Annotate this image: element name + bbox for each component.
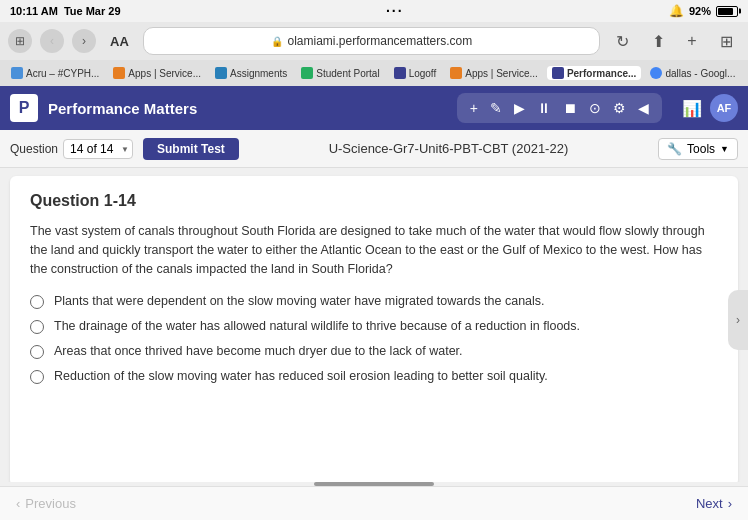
- forward-button[interactable]: ›: [72, 29, 96, 53]
- url-text: olamiami.performancematters.com: [288, 34, 473, 48]
- browser-chrome: ⊞ ‹ › AA 🔒 olamiami.performancematters.c…: [0, 22, 748, 60]
- previous-button[interactable]: ‹ Previous: [16, 496, 76, 511]
- pencil-control-button[interactable]: ✎: [485, 97, 507, 119]
- answer-option-4[interactable]: Reduction of the slow moving water has r…: [30, 369, 718, 384]
- tab-apps2[interactable]: Apps | Service...: [445, 66, 543, 80]
- tab-student-portal[interactable]: Student Portal: [296, 66, 384, 80]
- radio-button-2[interactable]: [30, 320, 44, 334]
- avatar-button[interactable]: AF: [710, 94, 738, 122]
- bell-icon: 🔔: [669, 4, 684, 18]
- dots-menu: ···: [386, 3, 404, 19]
- header-right: 📊 AF: [682, 94, 738, 122]
- tools-dropdown-icon: ▼: [720, 144, 729, 154]
- tabs-bar: Acru – #CYPH... Apps | Service... Assign…: [0, 60, 748, 86]
- tools-button[interactable]: 🔧 Tools ▼: [658, 138, 738, 160]
- main-content: Question 1-14 The vast system of canals …: [10, 176, 738, 486]
- next-button[interactable]: Next ›: [696, 496, 732, 511]
- search-control-button[interactable]: ⊙: [584, 97, 606, 119]
- lock-icon: 🔒: [271, 36, 283, 47]
- tab-dallas[interactable]: dallas - Googl...: [645, 66, 740, 80]
- submit-test-button[interactable]: Submit Test: [143, 138, 239, 160]
- play-button[interactable]: ▶: [509, 97, 530, 119]
- settings-control-button[interactable]: ⚙: [608, 97, 631, 119]
- answer-text-1: Plants that were dependent on the slow m…: [54, 294, 545, 308]
- toolbar: Question 14 of 14 Submit Test U-Science-…: [0, 130, 748, 168]
- answer-text-4: Reduction of the slow moving water has r…: [54, 369, 548, 383]
- test-title: U-Science-Gr7-Unit6-PBT-CBT (2021-22): [249, 141, 648, 156]
- answer-text-3: Areas that once thrived have become much…: [54, 344, 463, 358]
- tools-icon: 🔧: [667, 142, 682, 156]
- question-selector: Question 14 of 14: [10, 139, 133, 159]
- status-right: 🔔 92%: [669, 4, 738, 18]
- add-control-button[interactable]: +: [465, 97, 483, 119]
- bottom-nav: ‹ Previous Next ›: [0, 486, 748, 520]
- battery-percent: 92%: [689, 5, 711, 17]
- new-tab-button[interactable]: +: [678, 27, 706, 55]
- previous-chevron-icon: ‹: [16, 496, 20, 511]
- tab-performance[interactable]: Performance...: [547, 66, 641, 80]
- question-dropdown[interactable]: 14 of 14: [63, 139, 133, 159]
- previous-label: Previous: [25, 496, 76, 511]
- tools-label: Tools: [687, 142, 715, 156]
- radio-button-4[interactable]: [30, 370, 44, 384]
- font-size-button[interactable]: AA: [104, 32, 135, 51]
- radio-button-1[interactable]: [30, 295, 44, 309]
- next-chevron-icon: ›: [728, 496, 732, 511]
- pause-button[interactable]: ⏸: [532, 97, 556, 119]
- stop-button[interactable]: ⏹: [558, 97, 582, 119]
- status-left: 10:11 AM Tue Mar 29: [10, 5, 121, 17]
- answer-options: Plants that were dependent on the slow m…: [30, 294, 718, 384]
- tabs-overview-button[interactable]: ⊞: [712, 27, 740, 55]
- status-bar: 10:11 AM Tue Mar 29 ··· 🔔 92%: [0, 0, 748, 22]
- media-controls: + ✎ ▶ ⏸ ⏹ ⊙ ⚙ ◀: [457, 93, 662, 123]
- app-logo-icon: P: [10, 94, 38, 122]
- question-number: Question 1-14: [30, 192, 718, 210]
- back-button[interactable]: ‹: [40, 29, 64, 53]
- tab-acru[interactable]: Acru – #CYPH...: [6, 66, 104, 80]
- scroll-right-indicator: ›: [728, 290, 748, 350]
- share-button[interactable]: ⬆: [644, 27, 672, 55]
- date-display: Tue Mar 29: [64, 5, 121, 17]
- answer-option-3[interactable]: Areas that once thrived have become much…: [30, 344, 718, 359]
- address-bar[interactable]: 🔒 olamiami.performancematters.com: [143, 27, 600, 55]
- question-text: The vast system of canals throughout Sou…: [30, 222, 718, 278]
- tab-logoff[interactable]: Logoff: [389, 66, 442, 80]
- tab-apps1[interactable]: Apps | Service...: [108, 66, 206, 80]
- app-name: Performance Matters: [48, 100, 197, 117]
- reload-button[interactable]: ↻: [608, 27, 636, 55]
- back-control-button[interactable]: ◀: [633, 97, 654, 119]
- tab-assignments[interactable]: Assignments: [210, 66, 292, 80]
- question-label: Question: [10, 142, 58, 156]
- answer-option-2[interactable]: The drainage of the water has allowed na…: [30, 319, 718, 334]
- browser-actions: ⬆ + ⊞: [644, 27, 740, 55]
- answer-text-2: The drainage of the water has allowed na…: [54, 319, 580, 333]
- chart-icon[interactable]: 📊: [682, 99, 702, 118]
- answer-option-1[interactable]: Plants that were dependent on the slow m…: [30, 294, 718, 309]
- time-display: 10:11 AM: [10, 5, 58, 17]
- battery-icon: [716, 6, 738, 17]
- radio-button-3[interactable]: [30, 345, 44, 359]
- question-dropdown-wrap: 14 of 14: [63, 139, 133, 159]
- page-view-button[interactable]: ⊞: [8, 29, 32, 53]
- app-header: P Performance Matters + ✎ ▶ ⏸ ⏹ ⊙ ⚙ ◀ 📊 …: [0, 86, 748, 130]
- next-label: Next: [696, 496, 723, 511]
